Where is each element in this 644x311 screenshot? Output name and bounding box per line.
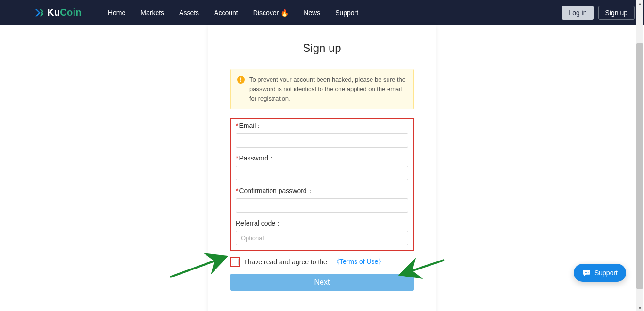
confirm-password-field-group: *Confirmation password：	[236, 187, 408, 213]
fire-icon: 🔥	[281, 9, 289, 17]
terms-of-use-link[interactable]: 《Terms of Use》	[333, 258, 385, 266]
nav-news[interactable]: News	[296, 0, 328, 25]
svg-rect-2	[240, 78, 241, 81]
support-widget[interactable]: Support	[574, 264, 626, 282]
svg-point-6	[588, 272, 589, 273]
signup-button[interactable]: Sign up	[598, 6, 635, 20]
consent-checkbox[interactable]	[232, 259, 239, 265]
main-area: Sign up To prevent your account been hac…	[0, 25, 644, 311]
password-warning-alert: To prevent your account been hacked, ple…	[230, 69, 414, 109]
login-button[interactable]: Log in	[562, 6, 593, 20]
consent-row: I have read and agree to the 《Terms of U…	[230, 257, 414, 267]
nav-auth-buttons: Log in Sign up	[562, 6, 635, 20]
nav-assets[interactable]: Assets	[172, 0, 206, 25]
confirm-password-label: *Confirmation password：	[236, 187, 408, 195]
svg-rect-3	[240, 81, 241, 82]
confirm-password-input[interactable]	[236, 198, 408, 213]
nav-discover[interactable]: Discover🔥	[246, 0, 296, 25]
email-label: *Email：	[236, 122, 408, 130]
page-scrollbar-thumb[interactable]	[636, 43, 643, 289]
top-nav: KuCoin Home Markets Assets Account Disco…	[0, 0, 644, 25]
nav-links: Home Markets Assets Account Discover🔥 Ne…	[100, 0, 366, 25]
referral-input[interactable]	[236, 231, 408, 245]
svg-point-5	[586, 272, 587, 273]
password-field-group: *Password：	[236, 154, 408, 180]
warning-icon	[237, 76, 245, 84]
page-scroll-down[interactable]: ▾	[636, 304, 643, 311]
email-field-group: *Email：	[236, 122, 408, 148]
brand-name: KuCoin	[47, 7, 82, 18]
svg-point-4	[585, 272, 586, 273]
page-title: Sign up	[230, 42, 414, 55]
next-button[interactable]: Next	[230, 274, 414, 291]
warning-text: To prevent your account been hacked, ple…	[249, 75, 407, 103]
signup-card: Sign up To prevent your account been hac…	[208, 25, 436, 311]
support-widget-label: Support	[594, 269, 618, 277]
password-input[interactable]	[236, 166, 408, 180]
referral-field-group: Referral code：	[236, 219, 408, 245]
email-input[interactable]	[236, 133, 408, 148]
nav-support[interactable]: Support	[328, 0, 366, 25]
password-label: *Password：	[236, 154, 408, 163]
brand-logo[interactable]: KuCoin	[34, 7, 82, 18]
nav-markets[interactable]: Markets	[133, 0, 172, 25]
chat-icon	[582, 269, 591, 277]
svg-point-0	[41, 12, 43, 14]
consent-checkbox-annotation	[230, 257, 240, 267]
nav-account[interactable]: Account	[206, 0, 246, 25]
consent-text: I have read and agree to the	[244, 258, 327, 266]
nav-home[interactable]: Home	[100, 0, 133, 25]
page-scroll-up[interactable]: ▴	[636, 0, 643, 7]
referral-label: Referral code：	[236, 219, 408, 228]
kucoin-logo-icon	[34, 8, 44, 18]
form-annotation-box: *Email： *Password： *Confirmation passwor…	[230, 118, 414, 251]
